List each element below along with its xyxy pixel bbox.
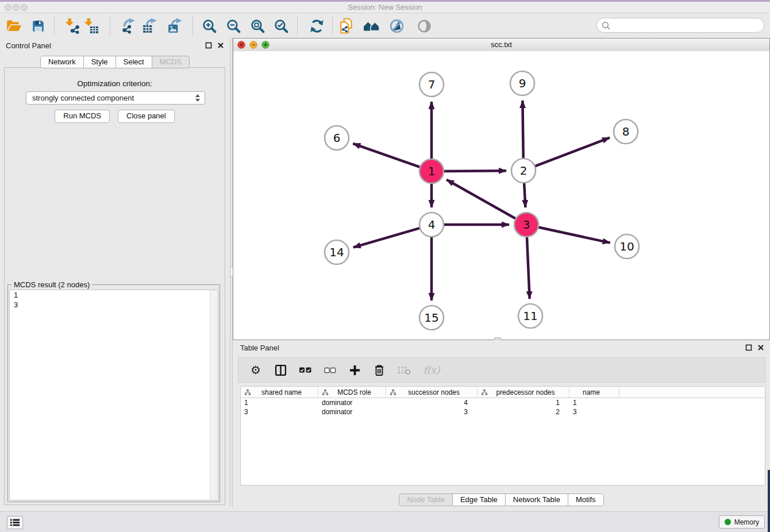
column-type-icon (244, 389, 251, 396)
plus-icon (349, 365, 360, 376)
toolbar-separator (332, 17, 333, 35)
column-header-name[interactable]: name (569, 387, 619, 398)
cell-shared-name[interactable]: 1 (241, 399, 318, 407)
search-icon (602, 21, 611, 30)
task-history-button[interactable] (7, 516, 23, 529)
column-header-mcds-role[interactable]: MCDS role (318, 387, 386, 398)
cell-successor-nodes[interactable]: 4 (386, 399, 478, 407)
cell-shared-name[interactable]: 3 (241, 408, 318, 416)
cell-predecessor-nodes[interactable]: 1 (478, 399, 569, 407)
result-scrollbar[interactable] (210, 290, 218, 500)
cell-predecessor-nodes[interactable]: 2 (478, 408, 569, 416)
cell-mcds-role[interactable]: dominator (318, 408, 386, 416)
save-session-button[interactable] (29, 17, 47, 34)
cell-name[interactable]: 1 (569, 399, 619, 407)
network-window-titlebar[interactable]: scc.txt (233, 38, 769, 52)
control-panel-title: Control Panel (6, 41, 51, 50)
result-item[interactable]: 3 (10, 300, 218, 310)
tab-network-table[interactable]: Network Table (505, 494, 568, 506)
graph-node-label: 14 (329, 245, 344, 259)
column-header-predecessor-nodes[interactable]: predecessor nodes (478, 387, 569, 398)
float-panel-icon[interactable] (745, 344, 752, 351)
node-table: shared name MCDS role successor nodes pr… (240, 386, 765, 485)
close-panel-icon[interactable] (217, 42, 224, 49)
columns-icon (275, 364, 287, 376)
delete-columns-button[interactable] (372, 363, 386, 377)
network-canvas[interactable]: 1234678910111415 (233, 51, 769, 340)
tab-select[interactable]: Select (116, 56, 152, 68)
column-header-shared-name[interactable]: shared name (241, 387, 318, 398)
cell-successor-nodes[interactable]: 3 (386, 408, 478, 416)
open-session-button[interactable] (5, 17, 22, 34)
unselect-all-columns-button[interactable] (323, 363, 337, 377)
homes-icon (363, 19, 380, 33)
tab-mcds[interactable]: MCDS (152, 56, 190, 68)
graph-node-label: 11 (523, 309, 537, 323)
zoom-out-icon (226, 18, 241, 34)
zoom-fit-button[interactable] (249, 17, 266, 34)
apply-layout-button[interactable] (308, 17, 325, 34)
toolbar-separator (297, 17, 298, 35)
table-row[interactable]: 3 dominator 3 2 3 (241, 407, 765, 417)
show-column-panel-button[interactable] (274, 363, 287, 377)
graph-edge-3-1[interactable] (446, 180, 517, 219)
result-item[interactable]: 1 (10, 290, 218, 300)
export-table-button[interactable] (141, 17, 159, 34)
graph-edge-1-6[interactable] (353, 144, 421, 168)
graph-node-label: 10 (619, 240, 634, 253)
graph-edge-2-3[interactable] (524, 182, 525, 207)
run-mcds-button[interactable]: Run MCDS (55, 110, 110, 123)
select-all-columns-button[interactable] (298, 363, 312, 377)
import-table-icon (83, 18, 99, 34)
toolbar-separator (54, 17, 55, 35)
graph-edge-1-2[interactable] (442, 171, 506, 171)
graph-edge-4-14[interactable] (353, 228, 421, 247)
criterion-dropdown[interactable]: strongly connected component (26, 91, 205, 105)
search-box (596, 18, 764, 33)
close-panel-icon[interactable] (757, 344, 764, 351)
memory-button[interactable]: Memory (719, 515, 765, 529)
trash-icon (374, 364, 384, 376)
desktop-background-edge (768, 470, 770, 532)
first-neighbors-button[interactable] (363, 17, 380, 34)
clone-network-icon (338, 18, 355, 34)
session-title: Session: New Session (0, 2, 770, 13)
show-hide-graphics-details-button[interactable] (388, 17, 405, 34)
graphics-details-icon (389, 18, 405, 34)
import-table-button[interactable] (82, 17, 99, 34)
close-panel-button[interactable]: Close panel (118, 110, 175, 123)
export-image-button[interactable] (167, 17, 184, 34)
titlebar: Session: New Session (0, 0, 770, 13)
mcds-result-title: MCDS result (2 nodes) (11, 280, 92, 289)
cell-mcds-role[interactable]: dominator (318, 399, 386, 407)
zoom-out-button[interactable] (225, 17, 242, 34)
graph-edge-3-11[interactable] (527, 236, 530, 299)
list-icon (10, 518, 20, 527)
column-header-successor-nodes[interactable]: successor nodes (386, 387, 478, 398)
toolbar-separator (192, 17, 193, 35)
clone-network-button[interactable] (338, 17, 355, 34)
graph-edge-3-10[interactable] (537, 227, 610, 243)
tab-motifs[interactable]: Motifs (568, 494, 604, 506)
tab-style[interactable]: Style (83, 56, 116, 68)
create-column-button[interactable] (348, 363, 361, 377)
graph-edge-2-8[interactable] (534, 138, 610, 167)
tab-network[interactable]: Network (40, 56, 84, 68)
graph-edge-2-9[interactable] (522, 101, 523, 160)
tab-edge-table[interactable]: Edge Table (452, 494, 506, 506)
float-panel-icon[interactable] (205, 42, 212, 49)
table-row[interactable]: 1 dominator 4 1 1 (241, 398, 765, 407)
table-panel-title: Table Panel (240, 344, 279, 352)
tab-node-table[interactable]: Node Table (399, 494, 453, 506)
zoom-in-button[interactable] (201, 17, 218, 34)
export-network-button[interactable] (120, 17, 137, 34)
zoom-selected-button[interactable] (272, 17, 290, 34)
birds-eye-view-button[interactable] (415, 17, 433, 34)
search-input[interactable] (614, 19, 760, 33)
table-header-row: shared name MCDS role successor nodes pr… (241, 387, 765, 398)
table-panel: Table Panel ⚙ (233, 340, 770, 511)
import-network-button[interactable] (63, 17, 80, 34)
mcds-result-list[interactable]: 1 3 (9, 290, 218, 500)
cell-name[interactable]: 3 (569, 408, 619, 416)
table-options-button[interactable]: ⚙ (249, 363, 263, 377)
